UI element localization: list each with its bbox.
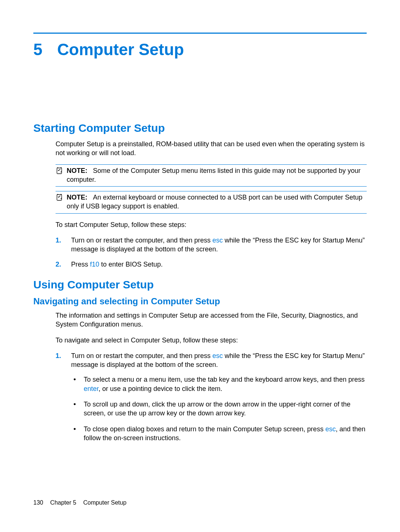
nav-step-1: Turn on or restart the computer, and the…: [56, 351, 367, 442]
note-text: Some of the Computer Setup menu items li…: [67, 167, 360, 183]
note-block-2: NOTE: An external keyboard or mouse conn…: [56, 191, 367, 214]
key-esc: esc: [213, 237, 223, 244]
chapter-heading: 5 Computer Setup: [33, 40, 367, 59]
bullet-select: To select a menu or a menu item, use the…: [71, 375, 367, 393]
steps-list: Turn on or restart the computer, and the…: [56, 236, 367, 269]
section-heading-starting: Starting Computer Setup: [33, 122, 367, 134]
page-number: 130: [33, 499, 43, 506]
nav-bullets: To select a menu or a menu item, use the…: [71, 375, 367, 442]
subsection-heading-navigating: Navigating and selecting in Computer Set…: [33, 296, 367, 307]
note-text: An external keyboard or mouse connected …: [67, 194, 362, 210]
bullet-close: To close open dialog boxes and return to…: [71, 425, 367, 443]
note-label: NOTE:: [67, 194, 87, 201]
chapter-title: Computer Setup: [57, 40, 184, 59]
section-heading-using: Using Computer Setup: [33, 278, 367, 291]
nav-paragraph-2: To navigate and select in Computer Setup…: [56, 336, 367, 345]
chapter-number: 5: [33, 40, 42, 59]
footer-chapter-label: Chapter 5: [50, 499, 76, 506]
key-enter: enter: [84, 385, 99, 392]
key-f10: f10: [90, 261, 99, 268]
key-esc: esc: [213, 352, 223, 359]
note-block-1: NOTE: Some of the Computer Setup menu it…: [56, 164, 367, 187]
key-esc: esc: [325, 425, 336, 433]
step-2: Press f10 to enter BIOS Setup.: [56, 260, 367, 269]
note-icon: [56, 167, 64, 177]
top-rule: [33, 33, 367, 34]
svg-rect-0: [57, 168, 62, 174]
svg-rect-1: [57, 195, 62, 201]
step-1: Turn on or restart the computer, and the…: [56, 236, 367, 254]
note-icon: [56, 193, 64, 204]
footer-chapter-title: Computer Setup: [83, 499, 127, 506]
nav-paragraph-1: The information and settings in Computer…: [56, 311, 367, 329]
nav-steps-list: Turn on or restart the computer, and the…: [56, 351, 367, 442]
page-footer: 130 Chapter 5 Computer Setup: [33, 499, 126, 506]
intro-paragraph: Computer Setup is a preinstalled, ROM-ba…: [56, 140, 367, 158]
note-label: NOTE:: [67, 167, 87, 174]
bullet-scroll: To scroll up and down, click the up arro…: [71, 400, 367, 418]
steps-lead: To start Computer Setup, follow these st…: [56, 220, 367, 229]
